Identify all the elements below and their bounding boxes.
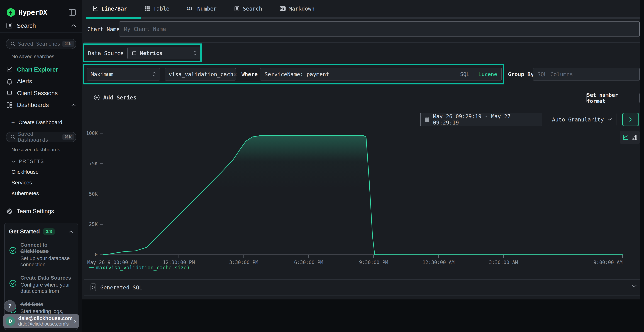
where-value: ServiceName: payment [264,71,329,78]
svg-text:9:00:00 AM: 9:00:00 AM [593,260,622,265]
svg-text:May 26 9:00:00 AM: May 26 9:00:00 AM [87,260,137,265]
timeseries-chart[interactable]: 025K50K75K100KMay 26 9:00:00 AM12:30:00 … [82,125,644,274]
chart-name-placeholder: My Chart Name [124,26,166,32]
sidebar-nav: Chart Explorer Alerts Client Sessions [0,64,82,111]
sidebar-section-label: Search [17,22,71,29]
chart-name-input[interactable]: My Chart Name [119,22,640,36]
get-started-item-desc: Set up your database connection [20,255,73,268]
date-range-value: May 26 09:29:19 - May 27 09:29:19 [433,113,538,126]
tab-line-bar[interactable]: Line/Bar [92,6,127,12]
get-started-item[interactable]: Connect to ClickHouse Set up your databa… [9,242,73,268]
plus-icon: + [11,119,15,126]
sidebar-item-client-sessions[interactable]: Client Sessions [0,87,82,99]
search-results-icon [234,6,240,12]
team-settings-button[interactable]: Team Settings [6,208,82,215]
presets-label: PRESETS [19,159,44,164]
sidebar-item-alerts[interactable]: Alerts [0,76,82,87]
chevron-down-icon[interactable] [632,284,637,288]
saved-dashboards-input[interactable]: Saved Dashboards ⌘K [6,132,76,142]
language-separator: | [472,71,476,77]
remove-field-icon[interactable]: ✕ [233,71,237,78]
tab-search[interactable]: Search [234,6,262,12]
svg-text:100K: 100K [86,130,98,136]
divider [84,93,640,93]
granularity-select[interactable]: Auto Granularity [548,113,616,126]
date-range-input[interactable]: May 26 09:29:19 - May 27 09:29:19 [420,113,542,126]
gear-icon [6,208,13,215]
help-button[interactable]: ? [4,300,16,312]
set-number-format-button[interactable]: Set number format [586,93,640,103]
tab-label: Search [243,6,262,12]
add-series-button[interactable]: Add Series [94,94,137,101]
add-series-label: Add Series [103,94,137,101]
chart-type-tabs: Line/Bar Table 123 Number [92,0,314,17]
dashboards-grid-icon [6,102,13,108]
sidebar-section-search[interactable]: Search [0,22,82,32]
svg-text:3:30:00 PM: 3:30:00 PM [229,260,258,265]
language-lucene-option[interactable]: Lucene [478,71,497,77]
chevron-up-icon [71,104,76,106]
tab-label: Markdown [289,6,315,12]
data-source-select[interactable]: Metrics [127,47,201,60]
metric-field-tag[interactable]: visa_validation_cach ✕ [165,68,236,80]
tab-table[interactable]: Table [144,6,170,12]
language-sql-option[interactable]: SQL [460,71,470,77]
divider [84,295,640,296]
bell-icon [6,78,13,85]
team-settings-label: Team Settings [17,208,54,215]
tab-number[interactable]: 123 Number [186,6,217,12]
group-by-placeholder: SQL Columns [538,71,573,78]
chevron-down-icon [12,160,16,163]
search-icon [10,41,16,46]
chevron-up-icon [71,24,76,27]
line-chart-icon [92,6,98,12]
user-menu[interactable]: D dale@clickhouse.com dale@clickhouse.co… [3,314,79,328]
sidebar-divider [0,114,82,114]
generated-sql-toggle[interactable]: Generated SQL [90,282,142,293]
saved-searches-input[interactable]: Saved Searches ⌘K [6,39,76,49]
get-started-item[interactable]: Create Data Sources Configure where your… [9,275,73,294]
user-subtitle: dale@clickhouse.com's [18,321,74,327]
sidebar-header: HyperDX [0,0,82,17]
group-by-label: Group By [508,71,534,78]
presets-header[interactable]: PRESETS [12,159,82,164]
laptop-icon [6,90,13,97]
svg-text:6:30:00 PM: 6:30:00 PM [294,260,323,265]
legend-swatch [89,268,94,268]
create-dashboard-label: Create Dashboard [18,119,62,126]
select-updown-icon [152,71,156,77]
legend-item[interactable]: max(visa_validation_cache.size) [89,265,190,271]
database-icon [131,50,137,56]
group-by-input[interactable]: SQL Columns [533,68,640,80]
line-chart-icon [6,66,13,73]
sidebar-item-dashboards[interactable]: Dashboards [0,99,82,111]
preset-clickhouse[interactable]: ClickHouse [12,169,82,175]
chevron-up-icon [68,230,73,233]
check-circle-icon [9,246,17,254]
where-input[interactable]: ServiceName: payment SQL | Lucene [260,68,502,80]
query-language-toggle[interactable]: SQL | Lucene [460,71,497,77]
tab-label: Number [197,6,217,12]
svg-text:0: 0 [95,252,98,258]
nav-label: Client Sessions [17,90,82,96]
calendar-icon [424,117,430,122]
collapse-sidebar-icon[interactable] [68,8,76,16]
saved-searches-shortcut: ⌘K [62,40,74,47]
table-icon [144,6,150,12]
code-icon [90,283,96,292]
get-started-card: Get Started 3/3 Connect to ClickHouse Se… [4,223,78,330]
play-icon [628,117,633,122]
sidebar-item-chart-explorer[interactable]: Chart Explorer [0,64,82,76]
svg-text:9:30:00 PM: 9:30:00 PM [359,260,388,265]
main-content: Line/Bar Table 123 Number [82,0,644,332]
tab-markdown[interactable]: Markdown [280,6,315,12]
preset-services[interactable]: Services [12,180,82,186]
get-started-header[interactable]: Get Started 3/3 [9,228,73,235]
aggregation-select[interactable]: Maximum [87,68,160,80]
preset-kubernetes[interactable]: Kubernetes [12,190,82,196]
metric-field-value: visa_validation_cach [169,71,233,78]
create-dashboard-button[interactable]: + Create Dashboard [11,119,82,126]
run-query-button[interactable] [622,113,639,126]
get-started-progress-badge: 3/3 [43,228,55,235]
chevron-right-icon: › [74,318,76,325]
